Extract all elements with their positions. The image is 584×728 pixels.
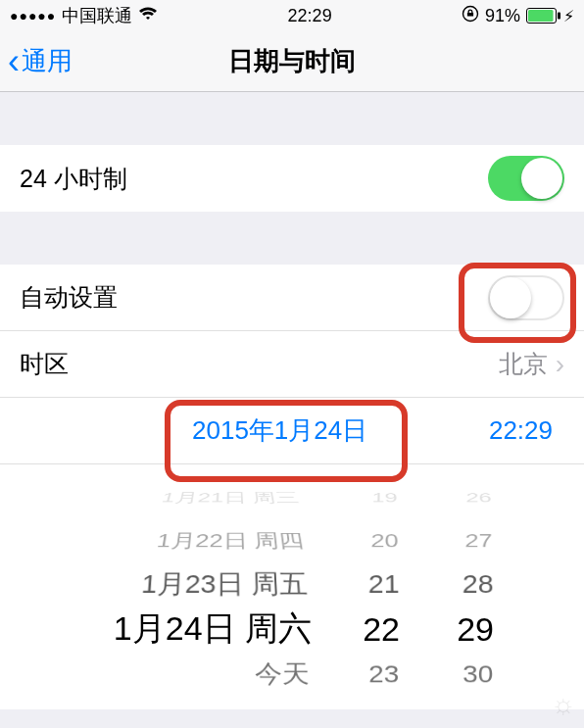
picker-item: 23 <box>368 659 400 688</box>
row-timezone[interactable]: 时区 北京 › <box>0 331 584 398</box>
wifi-icon <box>138 6 158 26</box>
picker-item: 28 <box>462 569 493 599</box>
signal-dots-icon: ●●●●● <box>10 8 56 24</box>
chevron-left-icon: ‹ <box>8 44 20 79</box>
row-label: 自动设置 <box>20 281 488 314</box>
picker-item: 1月23日 周五 <box>140 566 309 603</box>
carrier-label: 中国联通 <box>62 4 132 27</box>
battery-percent: 91% <box>485 6 520 26</box>
selected-date: 2015年1月24日 <box>192 413 367 448</box>
page-title: 日期与时间 <box>0 44 584 78</box>
chevron-right-icon: › <box>556 349 564 380</box>
orientation-lock-icon <box>462 5 479 27</box>
svg-rect-3 <box>558 13 560 20</box>
row-24-hour: 24 小时制 <box>0 145 584 212</box>
back-label: 通用 <box>22 44 73 78</box>
row-auto-set: 自动设置 <box>0 265 584 331</box>
row-selected-datetime[interactable]: 2015年1月24日 22:29 <box>0 398 584 464</box>
picker-item: 30 <box>462 659 494 688</box>
back-button[interactable]: ‹ 通用 <box>0 44 73 79</box>
picker-column-hour[interactable]: 19 20 21 22 23 <box>321 476 400 709</box>
status-left: ●●●●● 中国联通 <box>10 4 158 27</box>
picker-item: 今天 <box>254 656 310 691</box>
datetime-picker[interactable]: 1月21日 周三 1月22日 周四 1月23日 周五 1月24日 周六 今天 1… <box>0 464 584 709</box>
status-bar: ●●●●● 中国联通 22:29 91% ⚡︎ <box>0 0 584 31</box>
selected-time: 22:29 <box>489 415 553 446</box>
toggle-knob <box>521 158 562 199</box>
group-time-format: 24 小时制 <box>0 145 584 212</box>
watermark-icon: ☼ <box>551 689 576 720</box>
picker-column-minute[interactable]: 26 27 28 29 30 <box>400 476 517 709</box>
picker-item: 1月22日 周四 <box>154 528 306 554</box>
status-time: 22:29 <box>288 6 332 26</box>
status-right: 91% ⚡︎ <box>462 5 574 27</box>
picker-item: 1月24日 周六 <box>114 607 312 652</box>
row-label: 24 小时制 <box>20 163 488 195</box>
picker-item: 22 <box>363 610 400 649</box>
toggle-knob <box>490 277 531 318</box>
picker-item: 27 <box>464 530 493 552</box>
picker-item: 19 <box>371 491 398 506</box>
toggle-24-hour[interactable] <box>488 156 564 201</box>
picker-item: 21 <box>367 569 399 599</box>
picker-item: 26 <box>465 491 492 506</box>
battery-icon: ⚡︎ <box>526 7 574 25</box>
row-label: 时区 <box>20 348 499 380</box>
svg-rect-2 <box>528 10 554 22</box>
timezone-value: 北京 <box>499 348 548 380</box>
picker-item: 1月21日 周三 <box>159 489 302 507</box>
picker-item: 29 <box>457 610 494 649</box>
nav-bar: ‹ 通用 日期与时间 <box>0 31 584 92</box>
picker-item: 20 <box>370 530 399 552</box>
group-datetime: 自动设置 时区 北京 › 2015年1月24日 22:29 1月21日 周三 1… <box>0 265 584 709</box>
picker-column-date[interactable]: 1月21日 周三 1月22日 周四 1月23日 周五 1月24日 周六 今天 <box>67 476 321 709</box>
toggle-auto-set[interactable] <box>488 275 564 320</box>
